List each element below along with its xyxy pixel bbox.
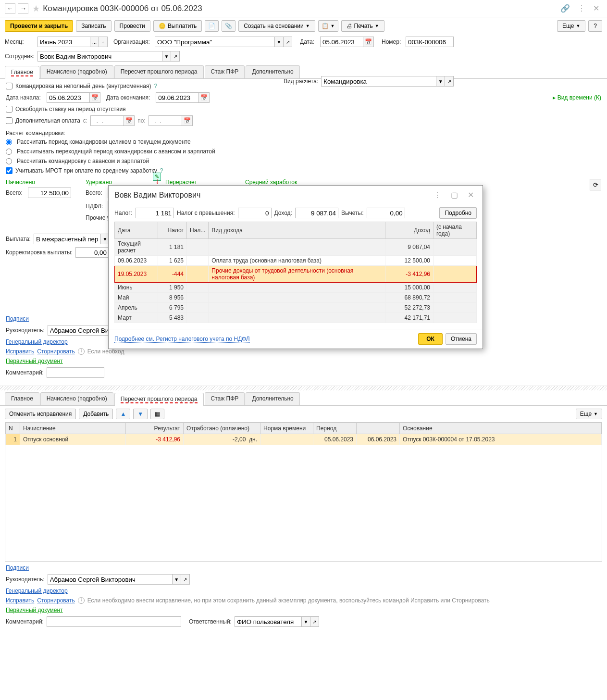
tab-glavnoe[interactable]: Главное	[5, 66, 39, 79]
signatures-link[interactable]: Подписи	[6, 315, 29, 322]
popup-cancel-button[interactable]: Отмена	[446, 333, 477, 345]
popup-kebab-icon[interactable]: ⋮	[431, 189, 444, 200]
table-row[interactable]: Март5 48342 171,71	[115, 313, 477, 323]
table-row[interactable]: Май8 95668 890,72	[115, 293, 477, 303]
save-button[interactable]: Записать	[76, 20, 111, 32]
tab-stazh-pfr-2[interactable]: Стаж ПФР	[205, 392, 245, 405]
position-link-2[interactable]: Генеральный директор	[6, 588, 68, 594]
month-input[interactable]	[37, 37, 90, 47]
month-picker-button[interactable]: …	[90, 37, 99, 47]
popup-tax-input[interactable]	[136, 208, 174, 218]
calendar-button[interactable]: 📅	[199, 92, 210, 103]
popup-details-button[interactable]: Подробно	[439, 207, 477, 219]
calc-type-dropdown-button[interactable]: ▼	[436, 76, 445, 87]
cancel-fixes-button[interactable]: Отменить исправления	[5, 409, 76, 419]
correction-input[interactable]	[75, 247, 109, 258]
mrot-checkbox[interactable]	[6, 167, 12, 174]
leader-input[interactable]	[48, 325, 110, 336]
month-spinner-button[interactable]: ÷	[99, 37, 108, 47]
nav-forward-button[interactable]: →	[18, 3, 28, 14]
popup-close-icon[interactable]: ✕	[465, 189, 477, 200]
tab-glavnoe-2[interactable]: Главное	[5, 392, 39, 405]
org-dropdown-button[interactable]: ▼	[275, 37, 284, 47]
popup-income-input[interactable]	[295, 208, 338, 218]
signatures-link-2[interactable]: Подписи	[6, 564, 29, 571]
employee-dropdown-button[interactable]: ▼	[162, 51, 171, 62]
calendar-button[interactable]: 📅	[90, 92, 100, 103]
doc-date-input[interactable]	[320, 37, 363, 47]
storno-link[interactable]: Сторнировать	[37, 348, 74, 355]
kebab-menu-icon[interactable]: ⋮	[575, 3, 588, 14]
popup-ok-button[interactable]: ОК	[418, 333, 443, 345]
help-icon[interactable]: ?	[154, 83, 157, 89]
storno-link-2[interactable]: Сторнировать	[37, 597, 74, 604]
more-button[interactable]: Еще ▼	[557, 20, 585, 32]
close-window-icon[interactable]: ✕	[590, 3, 602, 14]
comment-input[interactable]	[47, 367, 104, 378]
table-row[interactable]: Текущий расчет1 1819 087,04	[115, 239, 477, 256]
calendar-button[interactable]: 📅	[124, 115, 135, 126]
leader-dropdown-button[interactable]: ▼	[173, 574, 181, 585]
print-button[interactable]: 🖨 Печать ▼	[341, 20, 384, 32]
tab-dopolnitelno-2[interactable]: Дополнительно	[246, 392, 299, 405]
refresh-button[interactable]: ⟳	[590, 179, 601, 190]
recalc-more-button[interactable]: Еще ▼	[576, 409, 602, 419]
fix-link[interactable]: Исправить	[6, 348, 34, 355]
popup-deduct-input[interactable]	[367, 208, 405, 218]
nav-back-button[interactable]: ←	[5, 3, 15, 14]
radio-advance[interactable]	[6, 158, 12, 164]
release-rate-checkbox[interactable]	[6, 106, 12, 112]
extra-to-input[interactable]	[149, 115, 182, 126]
time-kind-link[interactable]: ▸ Вид времени (К)	[553, 94, 601, 101]
tab-pereschet[interactable]: Пересчет прошлого периода	[114, 65, 204, 78]
doc-number-input[interactable]	[406, 37, 454, 47]
org-open-button[interactable]: ↗	[284, 37, 292, 47]
responsible-dropdown-button[interactable]: ▼	[302, 616, 310, 627]
pay-button[interactable]: 🪙Выплатить	[153, 20, 202, 32]
position-link[interactable]: Генеральный директор	[6, 338, 68, 345]
table-row[interactable]: Апрель6 79552 272,73	[115, 303, 477, 313]
primary-doc-link[interactable]: Первичный документ	[6, 358, 63, 364]
leader-input-2[interactable]	[48, 574, 173, 585]
link-icon[interactable]: 🔗	[557, 3, 573, 14]
help-button[interactable]: ?	[588, 20, 602, 32]
popup-excess-input[interactable]	[238, 208, 272, 218]
post-and-close-button[interactable]: Провести и закрыть	[5, 20, 73, 32]
move-down-button[interactable]: ▼	[133, 409, 148, 419]
start-date-input[interactable]	[47, 92, 90, 103]
popup-maximize-icon[interactable]: ▢	[448, 189, 461, 200]
calendar-button[interactable]: 📅	[182, 115, 193, 126]
employee-input[interactable]	[37, 51, 162, 62]
primary-doc-link-2[interactable]: Первичный документ	[6, 607, 63, 613]
table-row[interactable]: 1 Отпуск основной -3 412,96 -2,00 дн. 05…	[6, 434, 602, 445]
leader-open-button[interactable]: ↗	[181, 574, 190, 585]
calc-type-open-button[interactable]: ↗	[445, 76, 454, 87]
add-row-button[interactable]: Добавить	[79, 409, 113, 419]
calc-type-input[interactable]	[321, 76, 436, 87]
table-row[interactable]: Июнь1 95015 000,00	[115, 283, 477, 293]
employee-open-button[interactable]: ↗	[171, 51, 180, 62]
responsible-input[interactable]	[235, 616, 302, 627]
accrued-total-input[interactable]	[28, 188, 71, 198]
radio-carryover[interactable]	[6, 149, 12, 155]
tab-nachisleno-2[interactable]: Начислено (подробно)	[40, 392, 113, 405]
move-up-button[interactable]: ▲	[116, 409, 130, 419]
partial-day-checkbox[interactable]	[6, 83, 12, 89]
calendar-button[interactable]: 📅	[363, 37, 374, 47]
popup-register-link[interactable]: Подробнее см. Регистр налогового учета п…	[114, 336, 250, 343]
extra-pay-checkbox[interactable]	[6, 117, 12, 124]
table-settings-button[interactable]: ▦	[150, 409, 164, 419]
create-based-on-button[interactable]: Создать на основании ▼	[238, 20, 315, 32]
attach-icon-button[interactable]: 📎	[222, 20, 235, 32]
table-row[interactable]: 19.05.2023-444Прочие доходы от трудовой …	[115, 266, 477, 283]
favorite-star-icon[interactable]: ★	[32, 3, 40, 14]
payment-select[interactable]	[34, 234, 101, 244]
post-button[interactable]: Провести	[114, 20, 150, 32]
org-input[interactable]	[155, 37, 275, 47]
end-date-input[interactable]	[156, 92, 199, 103]
tab-nachisleno[interactable]: Начислено (подробно)	[40, 65, 113, 78]
table-row[interactable]: 09.06.20231 625Оплата труда (основная на…	[115, 256, 477, 266]
radio-full-period[interactable]	[6, 139, 12, 145]
extra-from-input[interactable]	[90, 115, 124, 126]
action-dropdown-button[interactable]: 📋▼	[318, 20, 338, 32]
